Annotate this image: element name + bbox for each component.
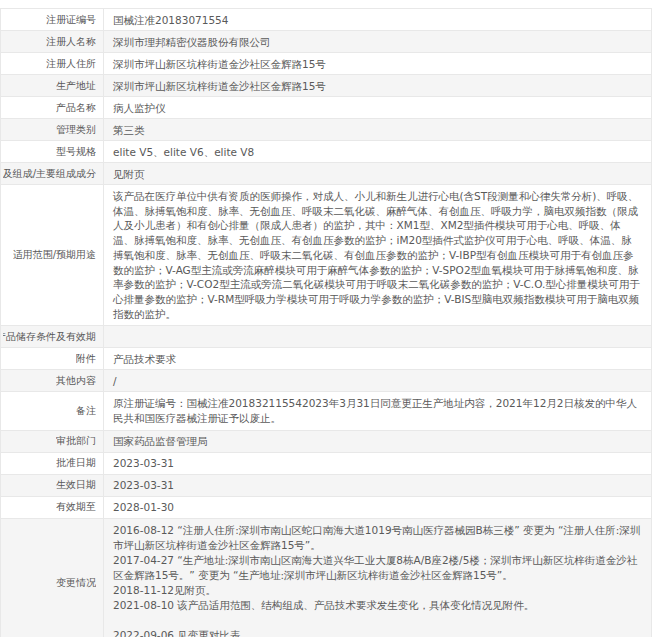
change-record-line: 2022-09-06 见变更对比表 [113, 628, 641, 637]
row-label: 批准日期 [56, 456, 96, 470]
change-record-line: 2016-08-12 “注册人住所:深圳市南山区蛇口南海大道1019号南山医疗器… [113, 523, 641, 553]
row-label: 适用范围/预期用途 [13, 248, 96, 262]
row-label: 注册人名称 [46, 35, 96, 49]
table-row: 注册证编号国械注准20183071554 [1, 9, 651, 31]
row-label: 型号规格 [56, 145, 96, 159]
row-value: elite V5、elite V6、elite V8 [113, 145, 641, 159]
row-label-cell: 产品储存条件及有效期 [1, 326, 104, 347]
table-row: 结构及组成/主要组成成分见附页 [1, 163, 651, 185]
row-value: 2028-01-30 [113, 500, 641, 514]
row-value: 该产品在医疗单位中供有资质的医师操作，对成人、小儿和新生儿进行心电(含ST段测量… [113, 189, 641, 321]
row-value: 深圳市坪山新区坑梓街道金沙社区金辉路15号 [113, 79, 641, 93]
row-value-cell: 见附页 [104, 163, 651, 184]
row-value-cell: 2028-01-30 [104, 497, 651, 518]
row-value-cell: 深圳市理邦精密仪器股份有限公司 [104, 31, 651, 52]
row-label-cell: 生效日期 [1, 475, 104, 496]
row-value: 国械注准20183071554 [113, 13, 641, 27]
row-label-cell: 变更情况 [1, 519, 104, 637]
table-row: 变更情况2016-08-12 “注册人住所:深圳市南山区蛇口南海大道1019号南… [1, 519, 651, 637]
row-value: 第三类 [113, 123, 641, 137]
change-record-line: 2017-04-27 “生产地址:深圳市南山区南海大道兴华工业大厦8栋A/B座2… [113, 553, 641, 583]
row-label-cell: 注册证编号 [1, 9, 104, 30]
table-row: 附件产品技术要求 [1, 348, 651, 370]
row-label: 产品名称 [56, 101, 96, 115]
row-label-cell: 产品名称 [1, 97, 104, 118]
row-value-cell: 第三类 [104, 119, 651, 140]
row-label: 结构及组成/主要组成成分 [3, 167, 96, 181]
row-value-cell: 病人监护仪 [104, 97, 651, 118]
row-label-cell: 适用范围/预期用途 [1, 185, 104, 325]
row-value-cell: 国家药品监督管理局 [104, 431, 651, 452]
row-value: 2023-03-31 [113, 478, 641, 492]
row-value: 2023-03-31 [113, 456, 641, 470]
row-value-cell: 深圳市坪山新区坑梓街道金沙社区金辉路15号 [104, 75, 651, 96]
row-value-cell: 国械注准20183071554 [104, 9, 651, 30]
table-row: 审批部门国家药品监督管理局 [1, 431, 651, 453]
row-value: 2016-08-12 “注册人住所:深圳市南山区蛇口南海大道1019号南山医疗器… [113, 523, 641, 637]
row-value: 病人监护仪 [113, 101, 641, 115]
table-row: 型号规格elite V5、elite V6、elite V8 [1, 141, 651, 163]
row-value: 国家药品监督管理局 [113, 434, 641, 448]
row-label: 注册证编号 [46, 13, 96, 27]
row-value-cell: 2023-03-31 [104, 475, 651, 496]
row-value-cell: / [104, 370, 651, 391]
row-value: 深圳市理邦精密仪器股份有限公司 [113, 35, 641, 49]
row-value: 产品技术要求 [113, 352, 641, 366]
row-value-cell: 产品技术要求 [104, 348, 651, 369]
row-label-cell: 备注 [1, 392, 104, 429]
row-label: 审批部门 [56, 434, 96, 448]
table-row: 生产地址深圳市坪山新区坑梓街道金沙社区金辉路15号 [1, 75, 651, 97]
row-label-cell: 型号规格 [1, 141, 104, 162]
table-row: 备注原注册证编号：国械注准201832115542023年3月31日同意更正生产… [1, 392, 651, 430]
row-label-cell: 结构及组成/主要组成成分 [1, 163, 104, 184]
row-label-cell: 生产地址 [1, 75, 104, 96]
row-label: 注册人住所 [46, 57, 96, 71]
row-value-cell: 2023-03-31 [104, 453, 651, 474]
table-row: 有效期至2028-01-30 [1, 497, 651, 519]
table-row: 适用范围/预期用途该产品在医疗单位中供有资质的医师操作，对成人、小儿和新生儿进行… [1, 185, 651, 326]
row-label-cell: 注册人住所 [1, 53, 104, 74]
row-label: 管理类别 [56, 123, 96, 137]
row-label: 其他内容 [56, 374, 96, 388]
change-record-line [113, 613, 641, 628]
row-value-cell: 深圳市坪山新区坑梓街道金沙社区金辉路15号 [104, 53, 651, 74]
row-label-cell: 审批部门 [1, 431, 104, 452]
change-record-line: 2018-11-12见附页。 [113, 583, 641, 598]
row-value-cell: 该产品在医疗单位中供有资质的医师操作，对成人、小儿和新生儿进行心电(含ST段测量… [104, 185, 651, 325]
row-value: 原注册证编号：国械注准201832115542023年3月31日同意更正生产地址… [113, 396, 641, 425]
table-row: 注册人住所深圳市坪山新区坑梓街道金沙社区金辉路15号 [1, 53, 651, 75]
table-row: 产品名称病人监护仪 [1, 97, 651, 119]
row-label: 附件 [76, 352, 96, 366]
row-label: 生产地址 [56, 79, 96, 93]
change-record-line: 2021-08-10 该产品适用范围、结构组成、产品技术要求发生变化，具体变化情… [113, 598, 641, 613]
row-value-cell: elite V5、elite V6、elite V8 [104, 141, 651, 162]
table-row: 批准日期2023-03-31 [1, 453, 651, 475]
row-value-cell [104, 326, 651, 347]
row-label: 备注 [76, 404, 96, 418]
row-value: 见附页 [113, 167, 641, 181]
row-value: 深圳市坪山新区坑梓街道金沙社区金辉路15号 [113, 57, 641, 71]
registration-detail-table: 注册证编号国械注准20183071554注册人名称深圳市理邦精密仪器股份有限公司… [0, 8, 652, 637]
row-label: 变更情况 [56, 576, 96, 590]
row-label-cell: 其他内容 [1, 370, 104, 391]
row-value: / [113, 374, 641, 388]
row-label-cell: 批准日期 [1, 453, 104, 474]
row-label-cell: 有效期至 [1, 497, 104, 518]
table-row: 生效日期2023-03-31 [1, 475, 651, 497]
table-row: 产品储存条件及有效期 [1, 326, 651, 348]
row-label: 产品储存条件及有效期 [3, 330, 96, 344]
table-row: 管理类别第三类 [1, 119, 651, 141]
row-label: 有效期至 [56, 500, 96, 514]
row-value-cell: 2016-08-12 “注册人住所:深圳市南山区蛇口南海大道1019号南山医疗器… [104, 519, 651, 637]
table-rows-container: 注册证编号国械注准20183071554注册人名称深圳市理邦精密仪器股份有限公司… [1, 9, 651, 637]
table-row: 注册人名称深圳市理邦精密仪器股份有限公司 [1, 31, 651, 53]
row-value-cell: 原注册证编号：国械注准201832115542023年3月31日同意更正生产地址… [104, 392, 651, 429]
table-row: 其他内容/ [1, 370, 651, 392]
row-label-cell: 注册人名称 [1, 31, 104, 52]
row-label: 生效日期 [56, 478, 96, 492]
row-label-cell: 附件 [1, 348, 104, 369]
row-label-cell: 管理类别 [1, 119, 104, 140]
